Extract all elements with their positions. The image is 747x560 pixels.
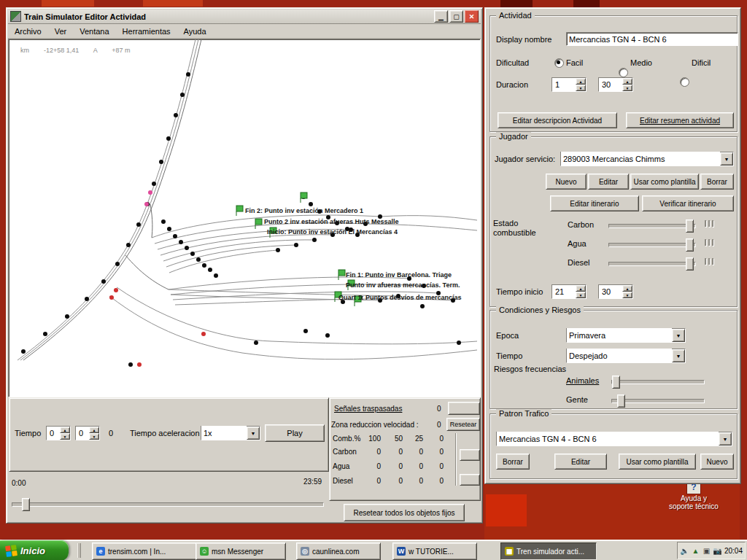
jugador-servicio-value: 289003 Mercancias Chimms <box>561 152 720 166</box>
chevron-down-icon[interactable]: ▼ <box>720 152 733 166</box>
duracion-minutes-spinner[interactable]: 30 ▲▼ <box>598 77 633 92</box>
counters-divider <box>455 433 456 486</box>
spin-down-icon[interactable]: ▼ <box>89 433 99 440</box>
chevron-down-icon[interactable]: ▼ <box>672 349 685 362</box>
maximize-button[interactable]: ▢ <box>449 10 463 23</box>
radio-medio[interactable] <box>619 68 628 77</box>
chevron-down-icon[interactable]: ▼ <box>719 432 732 446</box>
quicklaunch-divider[interactable] <box>77 543 81 558</box>
patron-plantilla-button[interactable]: Usar como plantilla <box>619 454 696 470</box>
taskbar-task[interactable]: ☺ msn Messenger <box>196 542 286 560</box>
help-support-shortcut[interactable]: ? Ayuda y soporte técnico <box>648 481 740 524</box>
gente-slider-track[interactable] <box>611 399 705 403</box>
route-map-view[interactable]: km -12+58 1,41 A +87 m <box>8 39 481 397</box>
verificar-itinerario-button[interactable]: Verificar itinerario <box>642 195 734 211</box>
title-bar[interactable]: Train Simulator Editor Actividad ▁ ▢ ✕ <box>8 9 481 24</box>
reset-all-button[interactable]: Resetear todos los objetos fijos <box>344 504 465 521</box>
agua-slider-thumb[interactable] <box>686 238 694 252</box>
patron-nuevo-button[interactable]: Nuevo <box>700 454 734 470</box>
shield-icon[interactable]: ▲ <box>691 545 700 556</box>
menu-ver[interactable]: Ver <box>48 26 74 37</box>
network-icon[interactable]: ▣ <box>702 545 711 556</box>
messenger-icon: ☺ <box>200 547 209 556</box>
edit-resumen-button[interactable]: Editar resumen actividad <box>626 112 734 128</box>
window-icon <box>10 11 21 22</box>
duracion-hours-spinner[interactable]: 1 ▲▼ <box>551 77 587 92</box>
servicio-editar-button[interactable]: Editar <box>588 174 629 190</box>
taskbar-task[interactable]: e trensim.com | In... <box>92 542 198 560</box>
menu-ventana[interactable]: Ventana <box>73 26 115 37</box>
animales-slider-track[interactable] <box>611 380 705 384</box>
spin-up-icon[interactable]: ▲ <box>622 78 632 85</box>
window-title: Train Simulator Editor Actividad <box>24 12 433 21</box>
inicio-minutes-spinner[interactable]: 30 ▲▼ <box>598 284 633 299</box>
radio-dificil[interactable] <box>680 77 689 87</box>
editar-itinerario-button[interactable]: Editar itinerario <box>550 195 639 211</box>
chevron-down-icon[interactable]: ▼ <box>672 329 685 342</box>
route-map-canvas: km -12+58 1,41 A +87 m <box>9 39 479 395</box>
inicio-minutes-value: 30 <box>599 285 622 298</box>
patron-borrar-button[interactable]: Borrar <box>496 454 530 470</box>
camera-icon[interactable]: 📷 <box>713 545 722 556</box>
fuel-cell: 0 <box>363 462 381 470</box>
edit-descripcion-button[interactable]: Editar descripcion Actividad <box>498 112 617 128</box>
menu-ayuda[interactable]: Ayuda <box>177 26 213 37</box>
reset-fuel-button[interactable] <box>460 449 480 461</box>
volume-icon[interactable]: 🔈 <box>680 545 689 556</box>
spin-up-icon[interactable]: ▲ <box>576 78 586 85</box>
close-button[interactable]: ✕ <box>465 10 479 23</box>
servicio-plantilla-button[interactable]: Usar como plantilla <box>630 174 699 190</box>
taskbar-task[interactable]: W w TUTORIE... <box>392 542 477 560</box>
play-button[interactable]: Play <box>265 424 325 442</box>
spin-up-icon[interactable]: ▲ <box>622 285 632 292</box>
display-nombre-field[interactable]: Mercancias TGN 4 - BCN 6 <box>566 32 738 46</box>
agua-slider-track[interactable] <box>608 243 696 247</box>
reset-zona-button[interactable]: Resetear <box>446 418 480 431</box>
accel-combobox[interactable]: 1x ▼ <box>201 426 260 440</box>
animales-slider-thumb[interactable] <box>612 376 620 389</box>
reset-senales-button[interactable] <box>448 402 480 415</box>
timeline-slider-thumb[interactable] <box>22 498 30 511</box>
patron-trafico-combobox[interactable]: Mercancias TGN 4 - BCN 6 ▼ <box>496 432 732 446</box>
menu-archivo[interactable]: Archivo <box>8 26 48 37</box>
tiempo-minutes-spinner[interactable]: 0 ▲▼ <box>75 426 100 440</box>
inicio-hours-spinner[interactable]: 21 ▲▼ <box>551 284 587 299</box>
fuel-cell: 0 <box>406 462 423 470</box>
servicio-nuevo-button[interactable]: Nuevo <box>546 174 587 190</box>
taskbar-task[interactable]: ◎ caunlinea.com <box>296 542 381 560</box>
minimize-button[interactable]: ▁ <box>434 10 448 23</box>
diesel-slider-thumb[interactable] <box>686 257 694 271</box>
spin-down-icon[interactable]: ▼ <box>576 85 586 91</box>
task-label: w TUTORIE... <box>409 548 454 556</box>
reset-fuel-button[interactable] <box>460 474 480 486</box>
patron-trafico-legend: Patron Trafico <box>496 409 551 418</box>
timeline-slider-track[interactable] <box>12 502 324 507</box>
carbon-slider-thumb[interactable] <box>686 219 694 233</box>
start-button[interactable]: Inicio <box>0 540 69 560</box>
epoca-combobox[interactable]: Primavera ▼ <box>566 328 686 343</box>
taskbar-task-active[interactable]: ▦ Tren simulador acti... <box>500 542 597 560</box>
radio-facil[interactable] <box>554 58 564 68</box>
fuel-row-label: Carbon <box>333 448 357 456</box>
patron-editar-button[interactable]: Editar <box>554 454 607 470</box>
counters-panel: Señales traspasadas 0 Zona reduccion vel… <box>329 397 481 501</box>
jugador-servicio-combobox[interactable]: 289003 Mercancias Chimms ▼ <box>560 152 734 166</box>
spin-up-icon[interactable]: ▲ <box>576 285 586 292</box>
fuel-cell: 0 <box>363 448 381 456</box>
tiempo-hours-spinner[interactable]: 0 ▲▼ <box>46 426 71 440</box>
menu-herramientas[interactable]: Herramientas <box>116 26 177 37</box>
servicio-borrar-button[interactable]: Borrar <box>700 174 734 190</box>
tiempo-clima-combobox[interactable]: Despejado ▼ <box>566 349 686 363</box>
spin-down-icon[interactable]: ▼ <box>60 433 70 440</box>
gente-slider-thumb[interactable] <box>617 394 625 408</box>
train-simulator-icon: ▦ <box>505 547 514 556</box>
spin-down-icon[interactable]: ▼ <box>622 85 632 91</box>
spin-up-icon[interactable]: ▲ <box>60 427 70 433</box>
spin-down-icon[interactable]: ▼ <box>622 292 632 298</box>
spin-down-icon[interactable]: ▼ <box>576 292 586 298</box>
spin-up-icon[interactable]: ▲ <box>89 427 99 433</box>
task-label: caunlinea.com <box>312 548 359 556</box>
diesel-slider-track[interactable] <box>608 262 696 266</box>
carbon-slider-track[interactable] <box>608 224 696 228</box>
chevron-down-icon[interactable]: ▼ <box>247 427 260 440</box>
